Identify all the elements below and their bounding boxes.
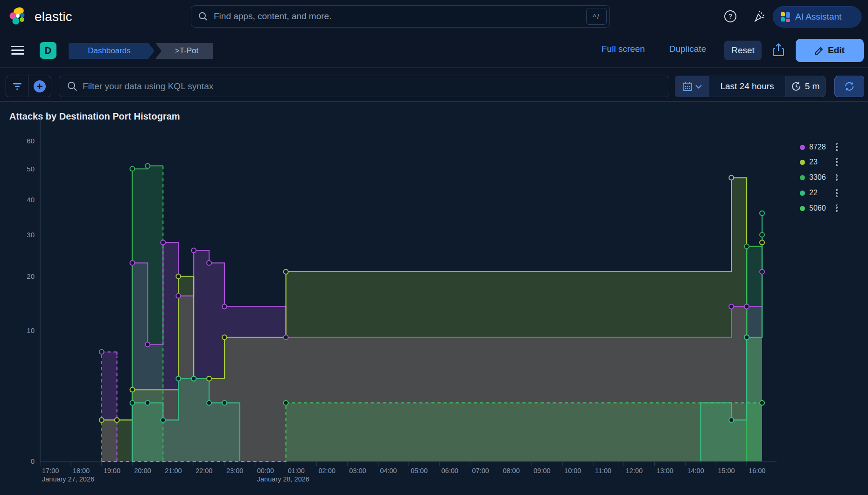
y-tick-label: 30 [27, 231, 35, 239]
legend-item-22[interactable]: 22 [800, 188, 838, 198]
x-tick-label: 18:00 [73, 467, 90, 474]
time-range-button[interactable]: Last 24 hours [709, 76, 785, 97]
series-23-marker [130, 388, 134, 392]
dashboard-toolbar: D Dashboards >T-Pot Full screen Duplicat… [0, 33, 868, 68]
party-popper-icon[interactable] [752, 9, 766, 23]
series-22-marker [161, 417, 165, 422]
y-tick-label: 20 [27, 272, 35, 280]
series-23-marker [207, 376, 211, 381]
legend-label: 3306 [809, 173, 831, 182]
x-tick-label: 21:00 [165, 467, 182, 474]
x-tick-label: 14:00 [687, 467, 704, 474]
global-header: elastic ^/ ? AI Assistant [0, 0, 868, 33]
legend-label: 5060 [809, 204, 831, 212]
x-tick-label: 03:00 [349, 467, 366, 474]
legend-more-icon[interactable] [836, 189, 838, 197]
x-tick-label: 17:00 [42, 467, 59, 474]
series-8728-marker [145, 342, 150, 346]
x-tick-label: 06:00 [441, 467, 458, 474]
legend-more-icon[interactable] [836, 158, 838, 166]
reset-button[interactable]: Reset [724, 41, 762, 60]
series-22-marker [145, 401, 150, 405]
pencil-icon [815, 46, 824, 55]
x-tick-label: 11:00 [595, 467, 611, 474]
refresh-interval-button[interactable]: 5 m [785, 76, 826, 97]
x-tick-label: 13:00 [657, 467, 673, 474]
add-filter-button[interactable] [28, 76, 51, 97]
series-22-marker [176, 376, 181, 381]
series-22-marker [207, 401, 211, 405]
legend-dot [800, 191, 805, 196]
share-icon[interactable] [772, 43, 784, 57]
time-range-label: Last 24 hours [720, 81, 774, 92]
series-23-marker [99, 417, 104, 422]
legend-label: 23 [809, 158, 831, 166]
x-tick-label: 01:00 [288, 467, 305, 474]
series-3306-marker [760, 233, 764, 237]
date-picker-button[interactable] [675, 76, 709, 97]
global-search[interactable]: ^/ [191, 5, 610, 28]
x-tick-label: 20:00 [134, 467, 151, 474]
x-tick-label: 15:00 [718, 467, 735, 474]
legend-item-5060[interactable]: 5060 [800, 203, 838, 213]
edit-button[interactable]: Edit [796, 39, 864, 62]
x-tick-label: 02:00 [318, 467, 335, 474]
legend-more-icon[interactable] [836, 174, 838, 181]
legend-item-3306[interactable]: 3306 [800, 172, 838, 183]
legend-dot [800, 160, 805, 165]
legend-dot [800, 175, 805, 180]
kql-query-bar[interactable] [59, 76, 669, 97]
series-22-marker [222, 401, 227, 405]
filter-bar: Last 24 hours 5 m [0, 68, 868, 101]
series-23-marker [115, 417, 119, 422]
series-8728-marker [176, 294, 181, 298]
x-tick-label: 00:00 [257, 467, 274, 474]
elastic-wordmark[interactable]: elastic [35, 9, 72, 24]
kql-query-input[interactable] [78, 81, 669, 92]
series-3306-marker [130, 167, 134, 171]
ai-assistant-icon [781, 12, 791, 22]
refresh-button[interactable] [834, 76, 864, 97]
calendar-icon [682, 81, 693, 92]
series-23-marker [729, 176, 734, 180]
legend-item-23[interactable]: 23 [800, 157, 838, 167]
filter-menu-button[interactable] [6, 76, 28, 97]
series-22-marker [729, 417, 734, 422]
y-tick-label: 60 [27, 137, 35, 145]
dashboard-panel: Attacks by Destination Port Histogram 01… [0, 101, 868, 495]
legend-more-icon[interactable] [836, 205, 838, 212]
clock-refresh-icon [791, 81, 801, 92]
series-5060-marker [760, 401, 764, 405]
refresh-interval-label: 5 m [805, 81, 820, 92]
series-23-marker [222, 335, 227, 339]
legend-more-icon[interactable] [836, 143, 838, 151]
menu-icon[interactable] [11, 44, 24, 57]
svg-text:?: ? [728, 13, 732, 20]
series-22-marker [744, 335, 749, 339]
x-date-label: January 27, 2026 [42, 475, 94, 483]
duplicate-button[interactable]: Duplicate [669, 44, 706, 54]
series-8728-marker [161, 240, 165, 245]
breadcrumb-dashboards[interactable]: Dashboards [69, 43, 154, 59]
x-tick-label: 12:00 [626, 467, 643, 474]
series-8728-marker [130, 261, 134, 265]
legend-dot [800, 206, 805, 211]
ai-assistant-button[interactable]: AI Assistant [773, 6, 861, 28]
space-badge[interactable]: D [40, 42, 56, 59]
x-tick-label: 05:00 [411, 467, 427, 474]
chevron-down-icon [695, 85, 702, 89]
series-22-marker [191, 376, 196, 381]
legend-item-8728[interactable]: 8728 [800, 142, 838, 152]
breadcrumb-tpot[interactable]: >T-Pot [155, 43, 213, 59]
filter-icon [13, 83, 22, 90]
search-icon [198, 11, 208, 21]
x-tick-label: 04:00 [380, 467, 397, 474]
help-icon[interactable]: ? [724, 10, 737, 23]
full-screen-button[interactable]: Full screen [602, 44, 645, 54]
series-5060-marker [284, 401, 288, 405]
global-search-input[interactable] [208, 11, 586, 21]
elastic-logo-icon[interactable] [7, 6, 29, 27]
series-23-marker [284, 269, 288, 274]
attacks-histogram-chart[interactable]: 010203040506017:0018:0019:0020:0021:0022… [0, 102, 868, 495]
series-22-marker [760, 211, 764, 215]
